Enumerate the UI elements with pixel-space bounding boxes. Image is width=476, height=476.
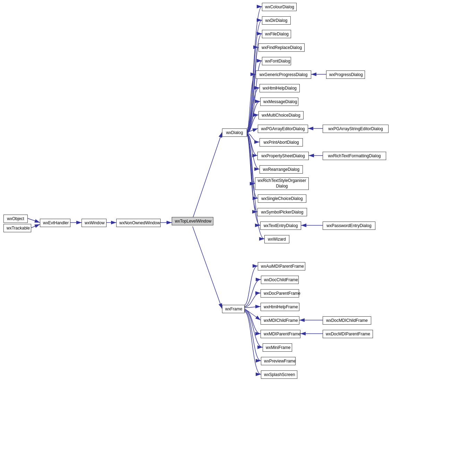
node-wxcolourdialog[interactable]: wxColourDialog xyxy=(262,3,297,11)
svg-line-7 xyxy=(193,132,222,219)
node-wxsymbolpickerdialog[interactable]: wxSymbolPickerDialog xyxy=(257,208,307,216)
node-wxprogressdialog[interactable]: wxProgressDialog xyxy=(326,70,365,79)
node-wxobject[interactable]: wxObject xyxy=(3,215,28,223)
node-wxnonownedwindow[interactable]: wxNonOwnedWindow xyxy=(116,219,161,227)
node-wxdirdialog[interactable]: wxDirDialog xyxy=(262,16,291,25)
node-wxpgarraystringeditordialog[interactable]: wxPGArrayStringEditorDialog xyxy=(323,125,389,133)
node-wxframe[interactable]: wxFrame xyxy=(222,305,245,313)
node-wxevthandler[interactable]: wxEvtHandler xyxy=(40,219,70,227)
node-wxpgarrayeditordialog[interactable]: wxPGArrayEditorDialog xyxy=(258,125,308,133)
node-wxdocmdiparentframe[interactable]: wxDocMDIParentFrame xyxy=(323,330,373,338)
node-wxdocparentframe[interactable]: wxDocParentFrame xyxy=(261,289,299,298)
node-wxdocchildframe[interactable]: wxDocChildFrame xyxy=(261,276,299,284)
connection-lines xyxy=(0,0,476,476)
node-wxtoplevelwindow[interactable]: wxTopLevelWindow xyxy=(172,217,213,225)
svg-line-8 xyxy=(193,226,222,309)
node-wxgenericprogressdialog[interactable]: wxGenericProgressDialog xyxy=(256,70,311,79)
node-wxfiledialog[interactable]: wxFileDialog xyxy=(262,30,291,38)
node-wxwindow[interactable]: wxWindow xyxy=(82,219,107,227)
node-wxhtmlhelpframe[interactable]: wxHtmlHelpFrame xyxy=(261,303,299,311)
node-wxhtmlhelpdialog[interactable]: wxHtmlHelpDialog xyxy=(260,84,300,92)
node-wxrichtextstyleorganiserdialog[interactable]: wxRichTextStyleOrganiser Dialog xyxy=(255,177,309,190)
node-wxdocmdichildframe[interactable]: wxDocMDIChildFrame xyxy=(323,316,371,325)
svg-line-14 xyxy=(245,309,261,320)
node-wxrichtextformattingdialog[interactable]: wxRichTextFormattingDialog xyxy=(323,152,386,160)
node-wxauimdiparentframe[interactable]: wxAuiMDIParentFrame xyxy=(258,262,305,270)
node-wxpasswordentrydialog[interactable]: wxPasswordEntryDialog xyxy=(323,222,375,230)
class-hierarchy-diagram: wxObject wxTrackable wxEvtHandler wxWind… xyxy=(0,0,476,476)
node-wxpropertysheetdialog[interactable]: wxPropertySheetDialog xyxy=(257,152,309,160)
node-wxminiframe[interactable]: wxMiniFrame xyxy=(263,343,292,352)
node-wxtrackable[interactable]: wxTrackable xyxy=(3,224,31,232)
node-wxmdichildframe[interactable]: wxMDIChildFrame xyxy=(261,316,299,325)
node-wxrearrangedialog[interactable]: wxRearrangeDialog xyxy=(260,165,303,174)
svg-line-2 xyxy=(28,218,40,223)
node-wxprintabortdialog[interactable]: wxPrintAbortDialog xyxy=(260,138,303,147)
svg-line-3 xyxy=(31,224,40,228)
node-wxmessagedialog[interactable]: wxMessageDialog xyxy=(260,98,298,106)
node-wxsplashscreen[interactable]: wxSplashScreen xyxy=(261,370,297,379)
node-wxwizard[interactable]: wxWizard xyxy=(264,235,289,243)
node-wxtextentrydialog[interactable]: wxTextEntryDialog xyxy=(260,222,301,230)
node-wxfindreplacedialog[interactable]: wxFindReplaceDialog xyxy=(258,43,305,52)
node-wxpreviewframe[interactable]: wxPreviewFrame xyxy=(261,357,296,365)
node-wxdialog[interactable]: wxDialog xyxy=(222,128,247,137)
svg-line-9 xyxy=(247,128,258,132)
node-wxfontdialog[interactable]: wxFontDialog xyxy=(262,57,291,65)
node-wxmdiparentframe[interactable]: wxMDIParentFrame xyxy=(261,330,300,338)
node-wxsinglechoicedialog[interactable]: wxSingleChoiceDialog xyxy=(258,194,306,203)
node-wxmultichoicedialog[interactable]: wxMultiChoiceDialog xyxy=(258,111,304,119)
